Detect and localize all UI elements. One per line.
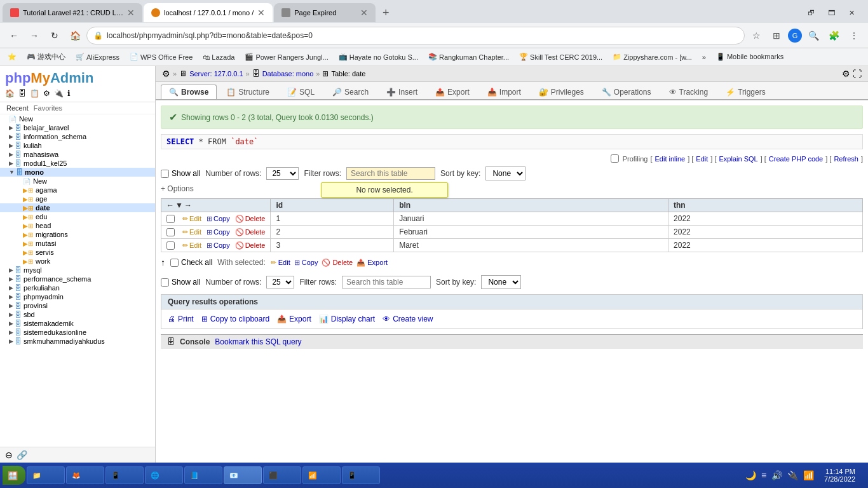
pma-config-icon[interactable]: ⚙ [43, 89, 50, 98]
row1-checkbox[interactable] [166, 215, 175, 223]
breadcrumb-database[interactable]: Database: mono [262, 70, 314, 78]
explain-sql-link[interactable]: Explain SQL [719, 155, 758, 163]
taskbar-terminal[interactable]: ⬛ [263, 466, 301, 484]
row2-copy-button[interactable]: ⊞ Copy [207, 228, 230, 236]
bookmark-rangkuman[interactable]: 📚 Rangkuman Chapter... [426, 51, 512, 62]
tab-privileges[interactable]: 🔐 Privileges [531, 85, 592, 99]
pma-plugin-icon[interactable]: 🔌 [54, 89, 64, 98]
address-bar[interactable]: 🔒 localhost/phpmyadmin/sql.php?db=mono&t… [86, 27, 745, 44]
tab-operations[interactable]: 🔧 Operations [593, 85, 660, 99]
bookmark-zippy[interactable]: 📁 Zippyshare.com - [w... [610, 51, 695, 62]
sidebar-item-edu[interactable]: ▶⊞ edu [0, 212, 155, 221]
back-button[interactable]: ← [5, 27, 23, 44]
sort-select-bottom[interactable]: None [481, 275, 521, 289]
sidebar-item-mahasiswa[interactable]: ▶ 🗄 mahasiswa [0, 150, 155, 159]
sidebar-item-work[interactable]: ▶⊞ work [0, 257, 155, 266]
qro-header[interactable]: Query results operations [161, 295, 862, 309]
tab-expired[interactable]: Page Expired ✕ [274, 3, 376, 22]
sidebar-item-mono-new[interactable]: 📄 New [0, 177, 155, 186]
copy-to-clipboard-button[interactable]: ⊞ Copy to clipboard [201, 315, 269, 323]
edit-inline-link[interactable]: Edit inline [654, 155, 685, 163]
sidebar-item-mono[interactable]: ▼ 🗄 mono [0, 168, 155, 177]
home-button[interactable]: 🏠 [66, 27, 84, 44]
sort-select[interactable]: None [485, 166, 526, 180]
sidebar-item-performance-schema[interactable]: ▶ 🗄 performance_schema [0, 274, 155, 283]
extensions-button[interactable]: 🧩 [825, 27, 843, 44]
create-php-link[interactable]: Create PHP code [769, 155, 823, 163]
bulk-copy-button[interactable]: ⊞ Copy [294, 259, 318, 267]
tab-close-expired[interactable]: ✕ [360, 8, 368, 18]
row2-checkbox[interactable] [166, 228, 175, 236]
row3-copy-button[interactable]: ⊞ Copy [207, 241, 230, 250]
row2-edit-button[interactable]: ✏ Edit [182, 228, 201, 236]
bookmark-wps[interactable]: 📄 WPS Office Free [127, 51, 195, 62]
sidebar-item-sbd[interactable]: ▶ 🗄 sbd [0, 310, 155, 319]
sidebar-item-smk[interactable]: ▶ 🗄 smkmuhammadiyahkudus [0, 337, 155, 346]
tray-moon-icon[interactable]: 🌙 [745, 470, 756, 480]
rows-select-bottom[interactable]: 25 [266, 276, 294, 288]
sidebar-item-modul1[interactable]: ▶ 🗄 modul1_kel25 [0, 159, 155, 168]
taskbar-mail[interactable]: 📧 [224, 466, 262, 484]
tray-network-icon[interactable]: 📶 [803, 470, 814, 480]
bookmark-more[interactable]: » [700, 52, 709, 62]
show-all-checkbox-bottom[interactable] [161, 278, 169, 287]
taskbar-app2[interactable]: 📱 [342, 466, 380, 484]
bookmark-pr[interactable]: 🎬 Power Rangers Jungl... [242, 51, 330, 62]
pma-info-icon[interactable]: ℹ [67, 89, 71, 98]
bulk-edit-button[interactable]: ✏ Edit [271, 259, 290, 267]
sidebar-item-new[interactable]: 📄 New [0, 114, 155, 123]
bookmark-hayate[interactable]: 📺 Hayate no Gotoku S... [336, 51, 421, 62]
sidebar-item-phpmyadmin[interactable]: ▶ 🗄 phpmyadmin [0, 292, 155, 301]
tab-browse[interactable]: 🔍 Browse [161, 85, 217, 99]
sidebar-item-provinsi[interactable]: ▶ 🗄 provinsi [0, 301, 155, 310]
sidebar-item-perkuliahan[interactable]: ▶ 🗄 perkuliahan [0, 283, 155, 292]
pma-home-icon[interactable]: 🏠 [5, 89, 15, 98]
bulk-delete-button[interactable]: 🚫 Delete [322, 259, 353, 267]
console-bar[interactable]: 🗄 Console Bookmark this SQL query [161, 334, 863, 349]
sidebar-item-sistemakademik[interactable]: ▶ 🗄 sistemakademik [0, 319, 155, 328]
scroll-top-icon[interactable]: ↑ [161, 257, 165, 268]
fullscreen-icon[interactable]: ⛶ [853, 69, 862, 79]
tab-sql[interactable]: 📝 SQL [279, 85, 323, 99]
create-view-button[interactable]: 👁 Create view [383, 315, 433, 323]
pma-db-icon[interactable]: 🗄 [18, 89, 26, 98]
bookmark-label[interactable]: Bookmark this SQL query [215, 337, 301, 346]
tab-tracking[interactable]: 👁 Tracking [661, 85, 717, 99]
sidebar-item-servis[interactable]: ▶⊞ servis [0, 248, 155, 257]
sidebar-item-mutasi[interactable]: ▶⊞ mutasi [0, 239, 155, 248]
sidebar-item-info-schema[interactable]: ▶ 🗄 information_schema [0, 132, 155, 141]
minimize-button[interactable]: 🗗 [802, 4, 820, 22]
row3-delete-button[interactable]: 🚫 Delete [235, 241, 266, 250]
tab-export[interactable]: 📤 Export [427, 85, 478, 99]
bookmark-home[interactable]: ⭐ [5, 51, 19, 62]
recent-link[interactable]: Recent [6, 104, 29, 112]
tab-phpmyadmin[interactable]: localhost / 127.0.0.1 / mono / ✕ [144, 3, 273, 22]
row2-delete-button[interactable]: 🚫 Delete [235, 228, 266, 236]
tray-list-icon[interactable]: ≡ [761, 470, 766, 480]
sidebar-item-sistemedukasi[interactable]: ▶ 🗄 sistemedukasionline [0, 328, 155, 337]
sidebar-item-kuliah[interactable]: ▶ 🗄 kuliah [0, 141, 155, 150]
sidebar-item-head[interactable]: ▶⊞ head [0, 221, 155, 230]
taskbar-wifi[interactable]: 📶 [302, 466, 341, 484]
show-all-checkbox[interactable] [161, 170, 169, 178]
start-button[interactable]: 🪟 [3, 466, 25, 485]
reload-button[interactable]: ↻ [46, 27, 64, 44]
bookmark-games[interactable]: 🎮 游戏中心 [24, 51, 68, 63]
th-bln[interactable]: bln [394, 199, 668, 212]
tab-close-pma[interactable]: ✕ [257, 8, 265, 18]
settings-icon[interactable]: ⚙ [162, 69, 170, 79]
row1-delete-button[interactable]: 🚫 Delete [235, 215, 266, 223]
bulk-export-button[interactable]: 📤 Export [356, 259, 388, 267]
bookmark-mobile[interactable]: 📱 Mobile bookmarks [714, 51, 786, 62]
options-toggle[interactable]: + Options [161, 184, 863, 193]
sidebar-item-mysql[interactable]: ▶ 🗄 mysql [0, 266, 155, 274]
rows-select[interactable]: 25 50 100 [266, 167, 299, 180]
menu-button[interactable]: ⋮ [845, 27, 863, 44]
profile-button[interactable]: G [788, 29, 802, 43]
taskbar-teams[interactable]: 📘 [184, 466, 222, 484]
tab-search[interactable]: 🔎 Search [324, 85, 377, 99]
sidebar-expand-icon[interactable]: ⊖ [5, 450, 13, 460]
bookmark-skill[interactable]: 🏆 Skill Test CERC 2019... [517, 51, 605, 62]
forward-button[interactable]: → [25, 27, 43, 44]
row3-checkbox[interactable] [166, 241, 175, 250]
